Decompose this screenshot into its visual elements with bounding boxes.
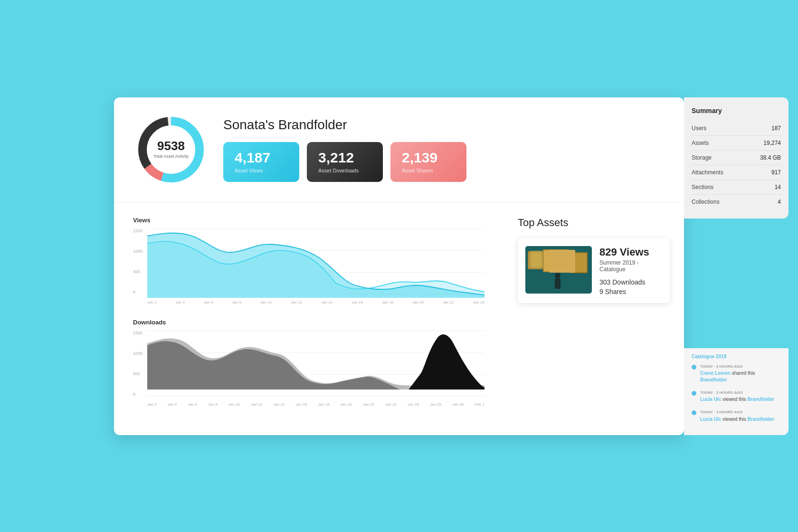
- views-chart-block: Views 1500 1000 500 0: [133, 217, 484, 304]
- asset-views: 829 Views: [599, 246, 662, 258]
- shares-label: Asset Shares: [402, 168, 455, 173]
- stat-card-views: 4,187 Asset Views: [223, 142, 299, 182]
- activity-item: TODAY · 2 HOURS AGO Crane Lemon shared t…: [692, 364, 781, 383]
- donut-chart: 9538 Total Asset Activity: [133, 112, 209, 188]
- charts-section: Views 1500 1000 500 0: [114, 202, 684, 435]
- views-chart-title: Views: [133, 217, 484, 224]
- summary-row: Attachments917: [692, 165, 781, 180]
- downloads-chart-area: 1500 1000 500 0: [133, 331, 484, 407]
- summary-value: 187: [771, 125, 781, 132]
- activity-time: TODAY · 3 HOURS AGO: [700, 409, 774, 415]
- asset-name: Summer 2019 - Catalogue: [599, 259, 662, 273]
- asset-shares: 9 Shares: [599, 288, 662, 295]
- summary-title: Summary: [692, 107, 781, 114]
- donut-center: 9538 Total Asset Activity: [153, 140, 189, 160]
- summary-label: Collections: [692, 199, 720, 205]
- svg-rect-9: [570, 253, 587, 273]
- summary-label: Users: [692, 125, 706, 132]
- summary-label: Sections: [692, 184, 713, 190]
- activity-text: TODAY · 2 HOURS AGO Crane Lemon shared t…: [700, 364, 781, 383]
- activity-text: TODAY · 3 HOURS AGO Lucia Ulc viewed thi…: [700, 409, 774, 422]
- svg-rect-12: [555, 278, 560, 289]
- activity-target[interactable]: Brandfolder: [748, 397, 775, 402]
- summary-value: 917: [771, 169, 781, 176]
- summary-label: Attachments: [692, 169, 723, 176]
- views-yaxis: 1500 1000 500 0: [133, 228, 147, 295]
- activity-dot: [692, 391, 696, 396]
- activity-time: TODAY · 2 HOURS AGO: [700, 364, 781, 369]
- views-number: 4,187: [235, 151, 288, 165]
- activity-user[interactable]: Crane Lemon: [700, 370, 731, 376]
- views-svg: [147, 228, 484, 298]
- top-assets-title: Top Assets: [518, 217, 670, 229]
- asset-thumbnail: [525, 246, 592, 294]
- donut-label: Total Asset Activity: [153, 154, 189, 160]
- downloads-chart-title: Downloads: [133, 319, 484, 326]
- asset-info: 829 Views Summer 2019 - Catalogue 303 Do…: [599, 246, 662, 295]
- activity-dot: [692, 410, 696, 415]
- summary-row: Storage38.4 GB: [692, 151, 781, 165]
- summary-value: 14: [775, 184, 781, 190]
- summary-value: 38.4 GB: [760, 154, 781, 161]
- top-section: 9538 Total Asset Activity Sonata's Brand…: [114, 97, 684, 202]
- charts-left: Views 1500 1000 500 0: [114, 202, 504, 435]
- summary-value: 4: [778, 199, 781, 205]
- donut-number: 9538: [153, 140, 189, 152]
- title-stats: Sonata's Brandfolder 4,187 Asset Views 3…: [223, 117, 665, 182]
- svg-rect-6: [528, 252, 542, 269]
- summary-panel: Summary Users187Assets19,274Storage38.4 …: [684, 97, 788, 218]
- asset-artwork: [525, 246, 592, 294]
- activity-sidebar: Catalogue 2019 TODAY · 2 HOURS AGO Crane…: [684, 348, 788, 435]
- stat-card-shares: 2,139 Asset Shares: [390, 142, 466, 182]
- activity-time: TODAY · 2 HOURS AGO: [700, 390, 774, 395]
- downloads-label: Asset Downloads: [318, 168, 371, 173]
- svg-rect-7: [543, 250, 568, 272]
- summary-row: Assets19,274: [692, 136, 781, 151]
- summary-label: Storage: [692, 154, 712, 161]
- summary-row: Collections4: [692, 195, 781, 209]
- activity-target[interactable]: Brandfolder: [748, 417, 775, 422]
- brandfolder-title: Sonata's Brandfolder: [223, 117, 665, 133]
- svg-point-11: [555, 273, 560, 278]
- views-label: Asset Views: [235, 168, 288, 173]
- activity-target[interactable]: Brandfolder: [700, 377, 727, 382]
- activity-user[interactable]: Lucia Ulc: [700, 417, 721, 422]
- stat-cards: 4,187 Asset Views 3,212 Asset Downloads …: [223, 142, 665, 182]
- summary-row: Sections14: [692, 180, 781, 195]
- summary-row: Users187: [692, 121, 781, 136]
- activity-user[interactable]: Lucia Ulc: [700, 397, 721, 402]
- activity-dot: [692, 365, 696, 370]
- downloads-yaxis: 1500 1000 500 0: [133, 331, 147, 397]
- asset-downloads: 303 Downloads: [599, 278, 662, 286]
- views-xaxis: Jan 2 Jan 4 Jan 6 Jan 8 Jan 10 Jan 12 Ja…: [147, 300, 484, 304]
- asset-card: 829 Views Summer 2019 - Catalogue 303 Do…: [518, 238, 670, 303]
- summary-value: 19,274: [763, 140, 781, 146]
- svg-rect-5: [528, 252, 542, 269]
- main-card: Summary Users187Assets19,274Storage38.4 …: [114, 97, 684, 435]
- views-chart-area: 1500 1000 500 0: [133, 228, 484, 304]
- downloads-xaxis: Jan 2 Jan 4 Jan 6 Jan 8 Jan 10 Jan 12 Ja…: [147, 402, 484, 407]
- activity-text: TODAY · 2 HOURS AGO Lucia Ulc viewed thi…: [700, 390, 774, 403]
- summary-label: Assets: [692, 140, 709, 146]
- catalogue-link[interactable]: Catalogue 2019: [692, 354, 781, 359]
- activity-item: TODAY · 2 HOURS AGO Lucia Ulc viewed thi…: [692, 390, 781, 403]
- asset-image: [525, 246, 592, 294]
- stat-card-downloads: 3,212 Asset Downloads: [307, 142, 383, 182]
- activity-item: TODAY · 3 HOURS AGO Lucia Ulc viewed thi…: [692, 409, 781, 422]
- downloads-svg: [147, 331, 484, 390]
- top-assets-panel: Top Assets: [504, 202, 684, 435]
- shares-number: 2,139: [402, 151, 455, 165]
- downloads-chart-block: Downloads 1500 1000 500 0: [133, 319, 484, 407]
- downloads-number: 3,212: [318, 151, 371, 165]
